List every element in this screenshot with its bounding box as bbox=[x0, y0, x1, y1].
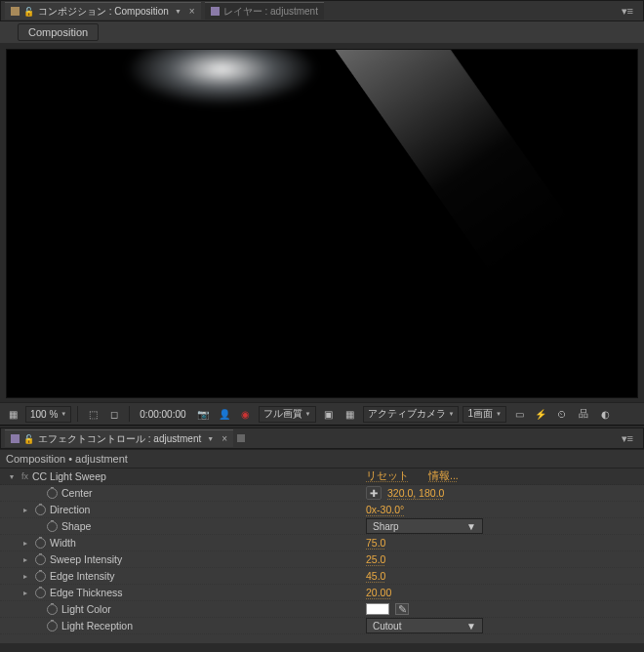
twirl-right-icon[interactable]: ▸ bbox=[23, 506, 31, 514]
light-sweep-glow bbox=[95, 49, 348, 128]
stopwatch-icon[interactable] bbox=[35, 588, 46, 598]
tab-effects-label: エフェクトコントロール : adjustment bbox=[38, 432, 201, 446]
prop-row-edge-thickness: ▸ Edge Thickness 20.00 bbox=[0, 585, 644, 601]
view-layout-dropdown[interactable]: 1画面▼ bbox=[463, 406, 506, 423]
effect-header-row[interactable]: ▾ fx CC Light Sweep リセット 情報... bbox=[0, 469, 644, 485]
chevron-down-icon[interactable]: ▼ bbox=[207, 435, 214, 442]
chevron-down-icon[interactable]: ▼ bbox=[175, 8, 181, 15]
shape-dropdown[interactable]: Sharp▼ bbox=[366, 518, 483, 534]
stopwatch-icon[interactable] bbox=[35, 554, 46, 565]
panel-menu-icon[interactable]: ▾≡ bbox=[616, 432, 639, 445]
prop-row-center: Center ✚ 320.0, 180.0 bbox=[0, 485, 644, 502]
eyedropper-icon[interactable]: ✎ bbox=[395, 603, 409, 615]
lock-icon: 🔓 bbox=[23, 7, 34, 17]
edge-intensity-value[interactable]: 45.0 bbox=[366, 570, 385, 582]
breadcrumb: Composition • adjustment bbox=[0, 449, 644, 468]
prop-row-shape: Shape Sharp▼ bbox=[0, 518, 644, 535]
lock-icon: 🔓 bbox=[23, 434, 34, 444]
stopwatch-icon[interactable] bbox=[47, 621, 58, 632]
twirl-right-icon[interactable]: ▸ bbox=[23, 555, 31, 564]
prop-row-direction: ▸ Direction 0x-30.0° bbox=[0, 502, 644, 518]
close-icon[interactable]: × bbox=[189, 6, 195, 17]
snapshot-icon[interactable]: 📷 bbox=[194, 405, 212, 423]
sub-tab-composition[interactable]: Composition bbox=[18, 23, 99, 41]
inactive-tab-icon[interactable] bbox=[237, 434, 245, 442]
stopwatch-icon[interactable] bbox=[47, 488, 58, 499]
tab-effect-controls[interactable]: 🔓 エフェクトコントロール : adjustment ▼ × bbox=[5, 429, 233, 447]
safe-zones-icon[interactable]: ◻ bbox=[105, 405, 123, 423]
grid-icon[interactable]: ▦ bbox=[4, 405, 21, 423]
stopwatch-icon[interactable] bbox=[35, 571, 46, 582]
stopwatch-icon[interactable] bbox=[47, 521, 58, 532]
center-value[interactable]: 320.0, 180.0 bbox=[387, 487, 444, 499]
transparency-grid-icon[interactable]: ▦ bbox=[342, 405, 359, 423]
light-reception-dropdown[interactable]: Cutout▼ bbox=[366, 618, 483, 633]
camera-dropdown[interactable]: アクティブカメラ▼ bbox=[363, 406, 460, 423]
show-snapshot-icon[interactable]: 👤 bbox=[216, 405, 233, 423]
reset-link[interactable]: リセット bbox=[366, 469, 409, 483]
resolution-dropdown[interactable]: フル画質▼ bbox=[259, 406, 316, 423]
timeline-icon[interactable]: ⏲ bbox=[553, 405, 571, 423]
stopwatch-icon[interactable] bbox=[35, 505, 46, 515]
prop-row-light-color: Light Color ✎ bbox=[0, 601, 644, 618]
color-swatch[interactable] bbox=[366, 603, 389, 615]
channel-icon[interactable]: ◉ bbox=[237, 405, 255, 423]
pixel-aspect-icon[interactable]: ▭ bbox=[510, 405, 528, 423]
twirl-right-icon[interactable]: ▸ bbox=[23, 572, 31, 581]
prop-row-edge-intensity: ▸ Edge Intensity 45.0 bbox=[0, 568, 644, 585]
stopwatch-icon[interactable] bbox=[35, 538, 46, 549]
tab-composition-label: コンポジション : Composition bbox=[38, 5, 169, 19]
stopwatch-icon[interactable] bbox=[47, 604, 58, 615]
sweep-intensity-value[interactable]: 25.0 bbox=[366, 553, 385, 565]
close-icon[interactable]: × bbox=[221, 433, 227, 444]
tab-layer[interactable]: レイヤー : adjustment bbox=[205, 2, 324, 20]
composition-viewer[interactable] bbox=[6, 49, 638, 398]
region-icon[interactable]: ⬚ bbox=[84, 405, 101, 423]
effect-properties-panel: ▾ fx CC Light Sweep リセット 情報... Center ✚ … bbox=[0, 468, 644, 643]
twirl-right-icon[interactable]: ▸ bbox=[23, 539, 31, 548]
direction-value[interactable]: 0x-30.0° bbox=[366, 504, 404, 515]
prop-row-light-reception: Light Reception Cutout▼ bbox=[0, 618, 644, 634]
roi-icon[interactable]: ▣ bbox=[320, 405, 338, 423]
layer-color-icon bbox=[11, 434, 20, 443]
width-value[interactable]: 75.0 bbox=[366, 537, 385, 549]
zoom-dropdown[interactable]: 100 %▼ bbox=[25, 406, 71, 423]
composition-sub-bar: Composition bbox=[0, 21, 644, 43]
twirl-right-icon[interactable]: ▸ bbox=[23, 589, 31, 597]
tab-composition[interactable]: 🔓 コンポジション : Composition ▼ × bbox=[5, 2, 201, 20]
fast-preview-icon[interactable]: ⚡ bbox=[532, 405, 549, 423]
exposure-icon[interactable]: ◐ bbox=[596, 405, 614, 423]
point-picker-icon[interactable]: ✚ bbox=[366, 486, 382, 500]
twirl-down-icon[interactable]: ▾ bbox=[10, 472, 18, 481]
composition-tab-bar: 🔓 コンポジション : Composition ▼ × レイヤー : adjus… bbox=[0, 0, 644, 21]
panel-menu-icon[interactable]: ▾≡ bbox=[616, 5, 639, 18]
about-link[interactable]: 情報... bbox=[428, 469, 459, 483]
prop-row-width: ▸ Width 75.0 bbox=[0, 535, 644, 551]
effect-name: CC Light Sweep bbox=[32, 470, 106, 482]
flowchart-icon[interactable]: 品 bbox=[575, 405, 592, 423]
composition-color-icon bbox=[11, 7, 20, 16]
effects-tab-bar: 🔓 エフェクトコントロール : adjustment ▼ × ▾≡ bbox=[0, 428, 644, 449]
layer-color-icon bbox=[211, 7, 220, 16]
viewer-toolbar: ▦ 100 %▼ ⬚ ◻ 0:00:00:00 📷 👤 ◉ フル画質▼ ▣ ▦ … bbox=[0, 402, 644, 426]
tab-layer-label: レイヤー : adjustment bbox=[223, 5, 318, 19]
timecode-display[interactable]: 0:00:00:00 bbox=[136, 406, 189, 423]
edge-thickness-value[interactable]: 20.00 bbox=[366, 587, 391, 598]
prop-row-sweep-intensity: ▸ Sweep Intensity 25.0 bbox=[0, 551, 644, 568]
